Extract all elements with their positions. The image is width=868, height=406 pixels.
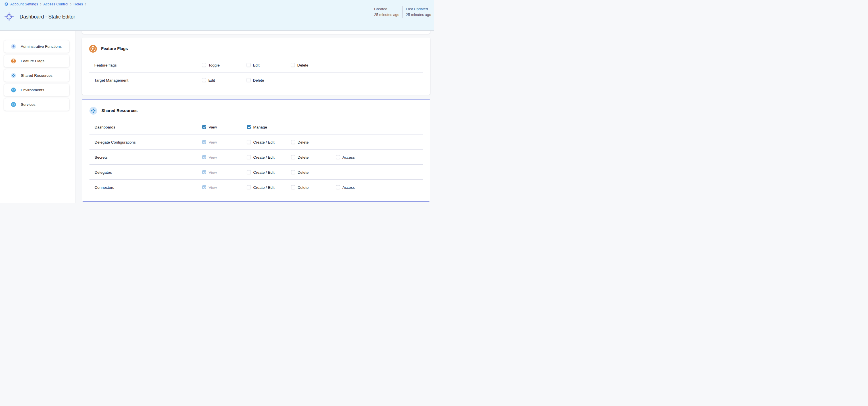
section-title: Shared Resources — [101, 108, 137, 113]
checkbox[interactable] — [247, 125, 251, 129]
permission-delete[interactable]: Delete — [291, 170, 309, 174]
permission-view: View — [202, 140, 217, 144]
checkbox[interactable] — [291, 140, 295, 144]
checkbox[interactable] — [336, 155, 340, 159]
checkbox[interactable] — [247, 140, 251, 144]
resource-row-dashboards: Dashboards View Manage — [82, 119, 430, 135]
permission-delete[interactable]: Delete — [247, 78, 264, 82]
gear-icon: ⚙ — [4, 2, 8, 6]
checkbox[interactable] — [202, 78, 206, 82]
resource-row-delegate-configurations: Delegate Configurations View Create / Ed… — [82, 135, 430, 149]
permission-delete[interactable]: Delete — [291, 140, 309, 144]
meta-divider — [402, 6, 403, 18]
checkbox[interactable] — [247, 155, 251, 159]
permission-view: View — [202, 185, 217, 190]
checkbox[interactable] — [247, 78, 250, 82]
last-updated-label: Last Updated — [406, 6, 431, 12]
chevron-right-icon: › — [40, 2, 41, 6]
shared-resources-icon — [90, 107, 97, 115]
checkbox — [202, 140, 206, 144]
checkbox[interactable] — [202, 63, 206, 67]
flag-icon — [11, 59, 16, 63]
permissions-panel: Feature Flags Feature flags Toggle Edit … — [76, 30, 434, 203]
page-title: Dashboard - Static Editor — [20, 14, 75, 20]
sidebar-item-administrative-functions[interactable]: ⚙ Adminstrative Functions — [4, 40, 69, 53]
permission-view[interactable]: View — [202, 125, 217, 129]
permission-create-edit[interactable]: Create / Edit — [247, 155, 275, 159]
sidebar-item-environments[interactable]: Environments — [4, 84, 69, 96]
resource-group-sidebar: ⚙ Adminstrative Functions Feature Flags … — [0, 30, 76, 203]
checkbox[interactable] — [247, 170, 251, 174]
checkbox — [202, 170, 206, 174]
gear-icon: ⚙ — [11, 44, 16, 49]
last-updated-value: 25 minutes ago — [406, 12, 431, 18]
resource-row-feature-flags: Feature flags Toggle Edit Delete — [82, 57, 430, 72]
checkbox[interactable] — [291, 185, 295, 190]
section-title: Feature Flags — [101, 46, 128, 51]
permission-create-edit[interactable]: Create / Edit — [247, 140, 275, 144]
services-icon — [11, 102, 16, 107]
permission-toggle[interactable]: Toggle — [202, 63, 220, 67]
sidebar-item-feature-flags[interactable]: Feature Flags — [4, 55, 69, 67]
checkbox[interactable] — [247, 63, 250, 67]
resource-row-delegates: Delegates View Create / Edit Delete — [82, 165, 430, 180]
checkbox[interactable] — [291, 155, 295, 159]
sidebar-item-shared-resources[interactable]: Shared Resources — [4, 69, 69, 82]
permission-delete[interactable]: Delete — [291, 155, 309, 159]
permission-edit[interactable]: Edit — [247, 63, 259, 67]
permission-access[interactable]: Access — [336, 185, 355, 190]
checkbox[interactable] — [247, 185, 251, 190]
created-label: Created — [374, 6, 399, 12]
permission-delete[interactable]: Delete — [291, 63, 308, 67]
page-header: ⚙ Account Settings › Access Control › Ro… — [0, 0, 434, 31]
permission-edit[interactable]: Edit — [202, 78, 215, 82]
breadcrumb-access-control[interactable]: Access Control — [43, 2, 68, 6]
flag-icon — [89, 45, 97, 53]
breadcrumb-roles[interactable]: Roles — [73, 2, 83, 6]
permission-delete[interactable]: Delete — [291, 185, 309, 190]
permission-create-edit[interactable]: Create / Edit — [247, 170, 275, 174]
chevron-right-icon: › — [85, 2, 86, 6]
permission-create-edit[interactable]: Create / Edit — [247, 185, 275, 190]
checkbox[interactable] — [336, 185, 340, 190]
resource-row-target-management: Target Management Edit Delete — [82, 72, 430, 88]
created-value: 25 minutes ago — [374, 12, 399, 18]
sidebar-item-services[interactable]: Services — [4, 98, 69, 111]
permission-view: View — [202, 155, 217, 159]
checkbox[interactable] — [202, 125, 206, 129]
checkbox[interactable] — [291, 170, 295, 174]
breadcrumb-account-settings[interactable]: Account Settings — [10, 2, 38, 6]
resource-row-connectors: Connectors View Create / Edit Delete Acc… — [82, 180, 430, 195]
section-card-shared-resources: Shared Resources Dashboards View Manage … — [82, 99, 430, 202]
scrolled-card-edge — [82, 30, 430, 34]
role-target-icon — [4, 12, 14, 22]
checkbox — [202, 185, 206, 190]
permission-access[interactable]: Access — [336, 155, 355, 159]
checkbox[interactable] — [291, 63, 295, 67]
resource-row-secrets: Secrets View Create / Edit Delete Access — [82, 149, 430, 165]
section-card-feature-flags: Feature Flags Feature flags Toggle Edit … — [82, 37, 430, 95]
breadcrumb: ⚙ Account Settings › Access Control › Ro… — [4, 2, 86, 6]
shared-resources-icon — [11, 73, 16, 78]
role-meta: Created 25 minutes ago Last Updated 25 m… — [374, 6, 431, 18]
chevron-right-icon: › — [70, 2, 71, 6]
permission-manage[interactable]: Manage — [247, 125, 267, 129]
checkbox — [202, 155, 206, 159]
environments-icon — [11, 88, 16, 92]
permission-view: View — [202, 170, 217, 174]
